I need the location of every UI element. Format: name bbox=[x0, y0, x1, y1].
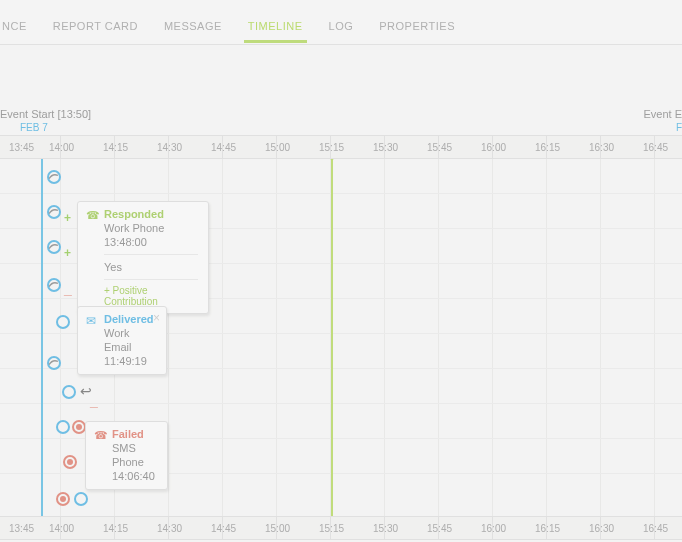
swoosh-icon bbox=[48, 357, 59, 368]
card-line2: 13:48:00 bbox=[104, 235, 198, 249]
tick-label: 16:45 bbox=[643, 142, 668, 153]
event-start-label: Event Start [13:50] FEB 7 bbox=[0, 108, 91, 133]
tick-label: 15:45 bbox=[427, 523, 452, 534]
swoosh-icon bbox=[48, 206, 59, 217]
event-end-date: F bbox=[643, 122, 682, 133]
card-line2: 11:49:19 bbox=[104, 354, 156, 368]
tick-label: 15:45 bbox=[427, 142, 452, 153]
card-positive: + Positive Contribution bbox=[104, 285, 198, 307]
event-end-label: Event E F bbox=[643, 108, 682, 133]
event-start-text: Event Start [13:50] bbox=[0, 108, 91, 120]
event-marker[interactable] bbox=[56, 492, 70, 506]
tick-label: 14:15 bbox=[103, 523, 128, 534]
swoosh-icon bbox=[48, 241, 59, 252]
tick-label: 13:45 bbox=[9, 523, 34, 534]
tab-nce[interactable]: NCE bbox=[2, 4, 31, 42]
dot-icon bbox=[60, 496, 66, 502]
dot-icon bbox=[76, 424, 82, 430]
card-title: Responded bbox=[104, 208, 198, 220]
swoosh-icon bbox=[48, 171, 59, 182]
event-marker[interactable] bbox=[72, 420, 86, 434]
tick-label: 16:30 bbox=[589, 142, 614, 153]
tick-label: 15:15 bbox=[319, 142, 344, 153]
event-start-date: FEB 7 bbox=[20, 122, 91, 133]
event-start-line bbox=[41, 159, 43, 516]
card-line2: 14:06:40 bbox=[112, 469, 157, 483]
phone-icon bbox=[86, 209, 98, 221]
tick-label: 14:00 bbox=[49, 523, 74, 534]
tick-label: 14:00 bbox=[49, 142, 74, 153]
time-ruler-bottom: 13:45 14:00 14:15 14:30 14:45 15:00 15:1… bbox=[0, 516, 682, 540]
event-marker[interactable]: + bbox=[47, 240, 61, 254]
tab-report-card[interactable]: REPORT CARD bbox=[49, 4, 142, 42]
minus-icon: _ bbox=[90, 396, 98, 406]
event-marker[interactable]: + bbox=[47, 205, 61, 219]
tab-log[interactable]: LOG bbox=[325, 4, 358, 42]
tick-label: 16:30 bbox=[589, 523, 614, 534]
tab-properties[interactable]: PROPERTIES bbox=[375, 4, 459, 42]
timeline-row bbox=[0, 159, 682, 194]
card-title: Failed bbox=[112, 428, 157, 440]
divider bbox=[104, 254, 198, 255]
tab-message[interactable]: MESSAGE bbox=[160, 4, 226, 42]
tab-timeline[interactable]: TIMELINE bbox=[244, 4, 307, 42]
event-marker[interactable]: _ bbox=[47, 278, 61, 292]
tick-label: 15:30 bbox=[373, 142, 398, 153]
tab-bar: NCE REPORT CARD MESSAGE TIMELINE LOG PRO… bbox=[0, 0, 682, 45]
event-marker[interactable]: ↩ _ bbox=[62, 385, 76, 399]
event-marker[interactable] bbox=[47, 170, 61, 184]
card-answer: Yes bbox=[104, 260, 198, 274]
mail-icon bbox=[86, 314, 98, 326]
current-time-line bbox=[331, 159, 333, 516]
dot-icon bbox=[67, 459, 73, 465]
plus-icon: + bbox=[64, 249, 71, 257]
event-marker[interactable] bbox=[47, 356, 61, 370]
tick-label: 15:30 bbox=[373, 523, 398, 534]
card-responded[interactable]: Responded Work Phone 13:48:00 Yes + Posi… bbox=[77, 201, 209, 314]
tick-label: 14:30 bbox=[157, 142, 182, 153]
close-icon[interactable]: × bbox=[153, 311, 160, 325]
event-end-text: Event E bbox=[643, 108, 682, 120]
card-line1: SMS Phone bbox=[112, 441, 157, 469]
card-delivered[interactable]: × Delivered Work Email 11:49:19 bbox=[77, 306, 167, 375]
tick-label: 15:00 bbox=[265, 523, 290, 534]
tick-label: 16:15 bbox=[535, 523, 560, 534]
tick-label: 14:45 bbox=[211, 142, 236, 153]
phone-icon bbox=[94, 429, 106, 441]
tick-label: 14:45 bbox=[211, 523, 236, 534]
tick-label: 15:00 bbox=[265, 142, 290, 153]
plus-icon: + bbox=[64, 214, 71, 222]
card-line1: Work Email bbox=[104, 326, 156, 354]
card-line1: Work Phone bbox=[104, 221, 198, 235]
event-marker[interactable] bbox=[56, 315, 70, 329]
tick-label: 13:45 bbox=[9, 142, 34, 153]
card-failed[interactable]: Failed SMS Phone 14:06:40 bbox=[85, 421, 168, 490]
tick-label: 15:15 bbox=[319, 523, 344, 534]
event-marker[interactable] bbox=[63, 455, 77, 469]
tick-label: 16:00 bbox=[481, 523, 506, 534]
time-ruler-top: 13:45 14:00 14:15 14:30 14:45 15:00 15:1… bbox=[0, 135, 682, 159]
tick-label: 16:15 bbox=[535, 142, 560, 153]
tick-label: 16:45 bbox=[643, 523, 668, 534]
event-marker[interactable] bbox=[74, 492, 88, 506]
card-title: Delivered bbox=[104, 313, 156, 325]
timeline-body[interactable]: + + _ ↩ _ bbox=[0, 159, 682, 516]
divider bbox=[104, 279, 198, 280]
swoosh-icon bbox=[48, 279, 59, 290]
tick-label: 14:30 bbox=[157, 523, 182, 534]
tick-label: 16:00 bbox=[481, 142, 506, 153]
minus-icon: _ bbox=[64, 284, 72, 294]
event-marker[interactable] bbox=[56, 420, 70, 434]
tick-label: 14:15 bbox=[103, 142, 128, 153]
